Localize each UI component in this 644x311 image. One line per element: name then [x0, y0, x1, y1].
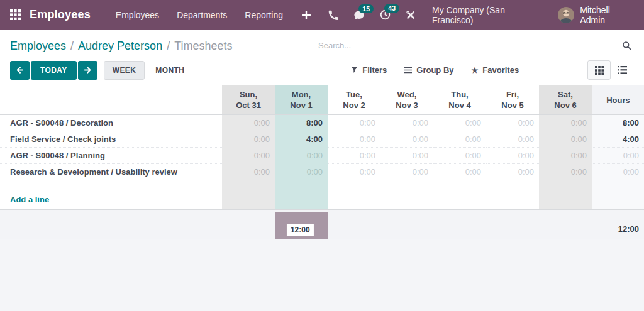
grid-cell[interactable]: 0:00	[328, 115, 380, 131]
table-row: Field Service / Check joints 0:00 4:00 0…	[0, 131, 644, 148]
day-total-label: 12:00	[287, 224, 314, 236]
filters-menu[interactable]: Filters	[351, 65, 387, 75]
search-icon[interactable]	[622, 41, 631, 53]
column-header-sat: Sat, Nov 6	[539, 85, 592, 114]
grid-cell[interactable]: 0:00	[328, 148, 380, 164]
add-a-line-link[interactable]: Add a line	[10, 195, 49, 204]
menu-reporting[interactable]: Reporting	[236, 0, 292, 30]
grid-cell[interactable]: 0:00	[380, 115, 433, 131]
day-date: Nov 5	[501, 100, 523, 111]
favorites-menu[interactable]: ★ Favorites	[472, 65, 519, 75]
column-fill-mon	[275, 180, 328, 209]
row-total: 0:00	[592, 148, 644, 164]
grid-cell[interactable]: 0:00	[539, 115, 592, 131]
column-header-tue: Tue, Nov 2	[328, 85, 380, 114]
user-avatar	[558, 7, 574, 23]
grid-cell[interactable]: 0:00	[433, 131, 486, 148]
grid-cell[interactable]: 0:00	[539, 148, 592, 164]
row-label[interactable]: AGR - S00048 / Planning	[0, 148, 222, 164]
column-header-fri: Fri, Nov 5	[486, 85, 539, 114]
timesheet-grid: Sun, Oct 31 Mon, Nov 1 Tue, Nov 2 Wed, N…	[0, 85, 644, 210]
grid-cell[interactable]: 0:00	[275, 164, 328, 180]
column-header-wed: Wed, Nov 3	[380, 85, 433, 114]
table-row: Research & Development / Usability revie…	[0, 164, 644, 180]
systray: 15 43 My Company (San Francisco) Mitchel…	[321, 5, 634, 25]
activities-icon[interactable]: 43	[372, 9, 398, 20]
activities-badge: 43	[384, 4, 399, 13]
row-label[interactable]: Research & Development / Usability revie…	[0, 164, 222, 180]
grid-cell[interactable]: 0:00	[486, 115, 539, 131]
row-label[interactable]: AGR - S00048 / Decoration	[0, 115, 222, 131]
day-name: Fri,	[506, 89, 519, 100]
day-date: Nov 6	[554, 100, 576, 111]
column-fill-hours	[592, 180, 644, 209]
messages-badge: 15	[358, 4, 374, 14]
breadcrumb-employee-name[interactable]: Audrey Peterson	[78, 40, 162, 53]
group-by-icon	[404, 67, 412, 74]
day-name: Mon,	[292, 89, 311, 100]
filter-funnel-icon	[351, 67, 358, 74]
today-button[interactable]: TODAY	[31, 61, 77, 80]
grid-cell[interactable]: 0:00	[433, 148, 486, 164]
grid-cell[interactable]: 4:00	[275, 131, 328, 148]
menu-employees[interactable]: Employees	[107, 0, 168, 30]
breadcrumb: Employees / Audrey Peterson / Timesheets	[10, 40, 316, 53]
grid-cell[interactable]: 0:00	[486, 164, 539, 180]
grid-cell[interactable]: 0:00	[380, 131, 433, 148]
user-menu[interactable]: Mitchell Admin	[558, 5, 634, 25]
table-row: AGR - S00048 / Decoration 0:00 8:00 0:00…	[0, 115, 644, 131]
search-options: Filters Group By ★ Favorites	[351, 65, 519, 75]
plus-icon[interactable]	[292, 11, 321, 19]
next-week-button[interactable]	[78, 61, 97, 80]
apps-menu-icon[interactable]	[10, 9, 21, 20]
row-total: 0:00	[592, 164, 644, 180]
filters-label: Filters	[362, 65, 387, 75]
day-name: Thu,	[451, 89, 468, 100]
grid-cell[interactable]: 0:00	[433, 115, 486, 131]
phone-icon[interactable]	[321, 10, 346, 20]
user-name: Mitchell Admin	[580, 5, 634, 25]
favorites-star-icon: ★	[472, 66, 479, 75]
app-brand-title[interactable]: Employees	[30, 8, 91, 21]
page-background	[0, 239, 644, 311]
messages-icon[interactable]: 15	[346, 10, 372, 20]
grid-cell[interactable]: 0:00	[539, 164, 592, 180]
day-date: Oct 31	[236, 100, 261, 111]
grid-cell[interactable]: 0:00	[222, 148, 275, 164]
previous-week-button[interactable]	[10, 61, 30, 80]
grid-cell[interactable]: 0:00	[539, 131, 592, 148]
debug-tools-icon[interactable]	[398, 10, 423, 20]
list-view-button[interactable]	[611, 60, 634, 80]
breadcrumb-employees[interactable]: Employees	[10, 40, 66, 53]
grid-cell[interactable]: 0:00	[222, 131, 275, 148]
control-panel: Employees / Audrey Peterson / Timesheets…	[0, 30, 644, 85]
grid-cell[interactable]: 0:00	[380, 164, 433, 180]
menu-departments[interactable]: Departments	[168, 0, 236, 30]
grid-cell[interactable]: 0:00	[275, 148, 328, 164]
column-header-sun: Sun, Oct 31	[222, 85, 275, 114]
date-nav-group: TODAY	[10, 61, 97, 80]
row-label[interactable]: Field Service / Check joints	[0, 131, 222, 148]
group-by-menu[interactable]: Group By	[404, 65, 453, 75]
grid-cell[interactable]: 0:00	[222, 164, 275, 180]
grid-cell[interactable]: 0:00	[433, 164, 486, 180]
day-date: Nov 4	[448, 100, 470, 111]
grid-cell[interactable]: 0:00	[222, 115, 275, 131]
grid-cell[interactable]: 0:00	[328, 164, 380, 180]
grid-view-button[interactable]	[587, 60, 611, 80]
group-by-label: Group By	[416, 65, 453, 75]
grid-cell[interactable]: 0:00	[486, 148, 539, 164]
grid-cell[interactable]: 0:00	[380, 148, 433, 164]
day-name: Sun,	[240, 89, 257, 100]
company-switcher[interactable]: My Company (San Francisco)	[432, 5, 544, 25]
grid-cell[interactable]: 0:00	[486, 131, 539, 148]
breadcrumb-current: Timesheets	[174, 40, 232, 53]
range-month-button[interactable]: MONTH	[147, 61, 192, 80]
column-header-hours: Hours	[592, 85, 644, 114]
search-input[interactable]	[316, 36, 634, 55]
column-fill-sat	[539, 180, 592, 209]
range-week-button[interactable]: WEEK	[104, 61, 145, 80]
grid-cell[interactable]: 8:00	[275, 115, 328, 131]
table-row: AGR - S00048 / Planning 0:00 0:00 0:00 0…	[0, 148, 644, 164]
grid-cell[interactable]: 0:00	[328, 131, 380, 148]
